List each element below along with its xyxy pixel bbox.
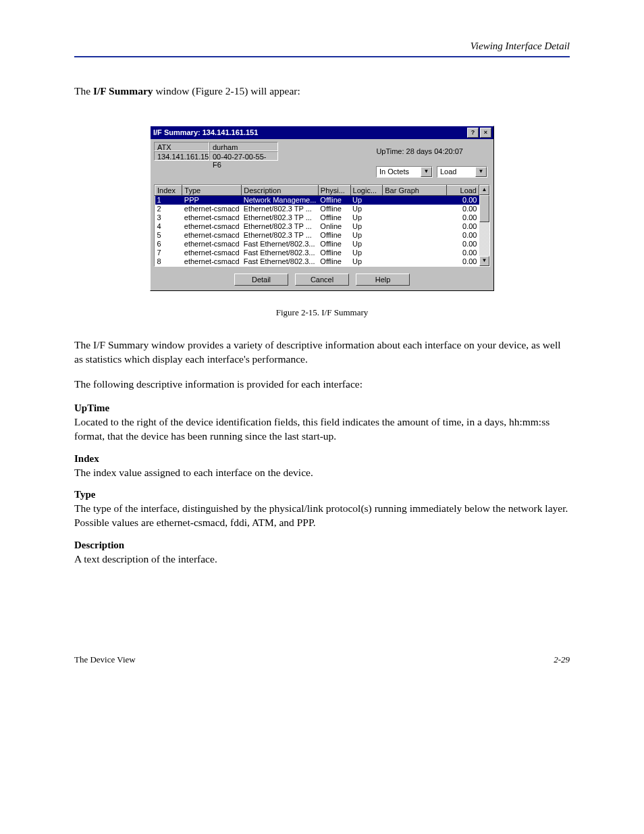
cell-index: 3: [155, 213, 182, 222]
scrollbar[interactable]: ▲ ▼: [479, 185, 489, 266]
cell-type: PPP: [182, 195, 242, 205]
cell-log: Up: [350, 249, 383, 257]
close-icon[interactable]: ×: [480, 128, 491, 138]
statistic-dropdown-value: In Octets: [377, 167, 421, 177]
table-row[interactable]: 3ethernet-csmacdEthernet/802.3 TP ...Off…: [155, 213, 479, 222]
cell-index: 7: [155, 249, 182, 257]
interface-table-container: Index Type Description Physi... Logic...…: [154, 184, 490, 267]
cell-log: Up: [350, 231, 383, 240]
cell-bar: [383, 222, 447, 231]
intro-prefix: The: [74, 85, 93, 97]
body-paragraph-1: The I/F Summary window provides a variet…: [74, 338, 570, 367]
chevron-down-icon: ▼: [421, 167, 432, 177]
def-type-body: The type of the interface, distinguished…: [74, 502, 570, 530]
table-row[interactable]: 1PPPNetwork Manageme...OfflineUp0.00: [155, 195, 479, 205]
cell-phys: Offline: [318, 205, 350, 213]
device-name-field: ATX: [154, 142, 209, 151]
table-row[interactable]: 5ethernet-csmacdEthernet/802.3 TP ...Off…: [155, 231, 479, 240]
page-footer: The Device View 2-29: [74, 654, 570, 665]
device-host-field: durham: [209, 142, 278, 151]
cancel-button[interactable]: Cancel: [295, 273, 349, 286]
scroll-track[interactable]: [479, 222, 489, 256]
def-index-label: Index: [74, 453, 570, 465]
cell-bar: [383, 205, 447, 213]
breadcrumb: Viewing Interface Detail: [74, 41, 570, 52]
col-index[interactable]: Index: [155, 185, 182, 195]
def-uptime-body: Located to the right of the device ident…: [74, 415, 570, 444]
cell-load: 0.00: [447, 222, 479, 231]
cell-phys: Offline: [318, 240, 350, 249]
scroll-down-icon[interactable]: ▼: [479, 256, 489, 266]
def-type-label: Type: [74, 489, 570, 500]
help-icon[interactable]: ?: [467, 128, 479, 138]
cell-desc: Ethernet/802.3 TP ...: [242, 222, 319, 231]
cell-load: 0.00: [447, 257, 479, 266]
def-uptime-label: UpTime: [74, 402, 570, 414]
table-row[interactable]: 8ethernet-csmacdFast Ethernet/802.3...Of…: [155, 257, 479, 266]
cell-desc: Ethernet/802.3 TP ...: [242, 213, 319, 222]
col-description[interactable]: Description: [242, 185, 319, 195]
cell-index: 2: [155, 205, 182, 213]
cell-load: 0.00: [447, 195, 479, 205]
footer-right: 2-29: [554, 654, 570, 665]
cell-phys: Offline: [318, 249, 350, 257]
cell-index: 1: [155, 195, 182, 205]
device-mac-field: 00-40-27-00-55-F6: [209, 151, 278, 161]
footer-left: The Device View: [74, 654, 136, 665]
cell-desc: Fast Ethernet/802.3...: [242, 257, 319, 266]
cell-bar: [383, 213, 447, 222]
help-button[interactable]: Help: [356, 273, 410, 286]
cell-bar: [383, 240, 447, 249]
titlebar: I/F Summary: 134.141.161.151 ? ×: [151, 126, 493, 139]
if-summary-dialog: I/F Summary: 134.141.161.151 ? × ATX 134…: [150, 126, 494, 291]
cell-desc: Fast Ethernet/802.3...: [242, 240, 319, 249]
col-logical[interactable]: Logic...: [350, 185, 383, 195]
col-bargraph[interactable]: Bar Graph: [383, 185, 447, 195]
col-physical[interactable]: Physi...: [318, 185, 350, 195]
cell-load: 0.00: [447, 231, 479, 240]
cell-bar: [383, 257, 447, 266]
cell-type: ethernet-csmacd: [182, 257, 242, 266]
cell-phys: Offline: [318, 231, 350, 240]
table-row[interactable]: 7ethernet-csmacdFast Ethernet/802.3...Of…: [155, 249, 479, 257]
figure-caption: Figure 2-15. I/F Summary: [74, 307, 570, 318]
interface-table: Index Type Description Physi... Logic...…: [155, 185, 479, 266]
intro-text: The I/F Summary window (Figure 2-15) wil…: [74, 84, 570, 99]
statistic-dropdown[interactable]: In Octets ▼: [376, 166, 433, 178]
detail-button[interactable]: Detail: [234, 273, 288, 286]
cell-phys: Online: [318, 222, 350, 231]
cell-desc: Ethernet/802.3 TP ...: [242, 231, 319, 240]
cell-type: ethernet-csmacd: [182, 240, 242, 249]
cell-phys: Offline: [318, 213, 350, 222]
col-load[interactable]: Load: [447, 185, 479, 195]
table-row[interactable]: 6ethernet-csmacdFast Ethernet/802.3...Of…: [155, 240, 479, 249]
cell-load: 0.00: [447, 249, 479, 257]
cell-load: 0.00: [447, 213, 479, 222]
cell-type: ethernet-csmacd: [182, 213, 242, 222]
table-header-row: Index Type Description Physi... Logic...…: [155, 185, 479, 195]
cell-index: 6: [155, 240, 182, 249]
mode-dropdown-value: Load: [437, 167, 475, 177]
cell-log: Up: [350, 195, 383, 205]
cell-load: 0.00: [447, 205, 479, 213]
scroll-thumb[interactable]: [479, 195, 489, 222]
scroll-up-icon[interactable]: ▲: [479, 185, 489, 195]
cell-desc: Network Manageme...: [242, 195, 319, 205]
def-index-body: The index value assigned to each interfa…: [74, 466, 570, 480]
table-row[interactable]: 4ethernet-csmacdEthernet/802.3 TP ...Onl…: [155, 222, 479, 231]
mode-dropdown[interactable]: Load ▼: [437, 166, 487, 178]
cell-type: ethernet-csmacd: [182, 231, 242, 240]
table-row[interactable]: 2ethernet-csmacdEthernet/802.3 TP ...Off…: [155, 205, 479, 213]
col-type[interactable]: Type: [182, 185, 242, 195]
window-title: I/F Summary: 134.141.161.151: [153, 128, 466, 136]
cell-type: ethernet-csmacd: [182, 205, 242, 213]
cell-index: 8: [155, 257, 182, 266]
cell-bar: [383, 195, 447, 205]
cell-index: 4: [155, 222, 182, 231]
def-desc-body: A text description of the interface.: [74, 552, 570, 567]
cell-phys: Offline: [318, 195, 350, 205]
cell-index: 5: [155, 231, 182, 240]
chevron-down-icon: ▼: [475, 167, 487, 177]
cell-log: Up: [350, 257, 383, 266]
divider: [74, 56, 570, 57]
